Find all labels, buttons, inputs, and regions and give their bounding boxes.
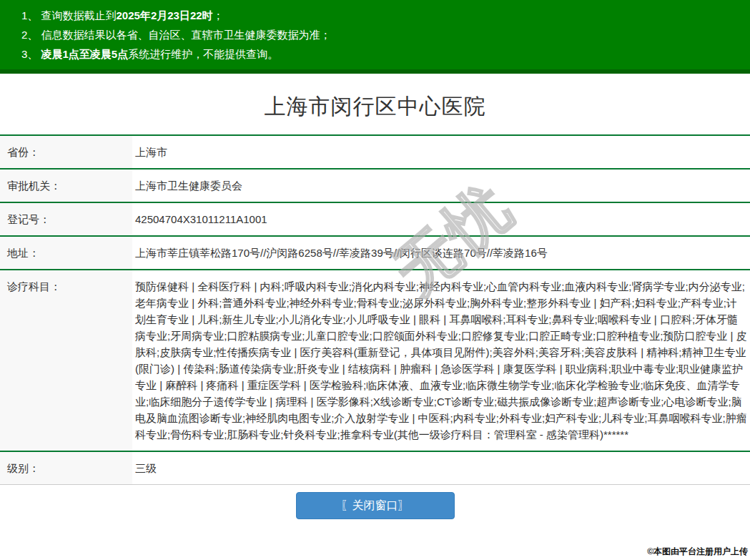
notice-2-prefix: 2、 信息数据结果以各省、自治区、直辖市卫生健康委数据为准； [21, 29, 331, 41]
table-row-address: 地址： 上海市莘庄镇莘松路170号//沪闵路6258号//莘凌路39号//闵行区… [0, 236, 750, 270]
table-row-approval-authority: 审批机关： 上海市卫生健康委员会 [0, 169, 750, 202]
close-window-button[interactable]: 〖关闭窗口〗 [296, 492, 455, 519]
notice-banner: 1、 查询数据截止到2025年2月23日22时； 2、 信息数据结果以各省、自治… [0, 0, 750, 74]
field-label-medical-subjects: 诊疗科目： [0, 270, 132, 451]
table-row-medical-subjects: 诊疗科目： 预防保健科 | 全科医疗科 | 内科;呼吸内科专业;消化内科专业;神… [0, 270, 750, 451]
page-title: 上海市闵行区中心医院 [0, 95, 750, 118]
notice-1-prefix: 1、 查询数据截止到 [21, 9, 117, 21]
details-table: 省份： 上海市 审批机关： 上海市卫生健康委员会 登记号： 42504704X3… [0, 134, 750, 485]
field-value-address: 上海市莘庄镇莘松路170号//沪闵路6258号//莘凌路39号//闵行区谈连路7… [132, 236, 750, 270]
field-value-medical-subjects: 预防保健科 | 全科医疗科 | 内科;呼吸内科专业;消化内科专业;神经内科专业;… [132, 270, 750, 451]
notice-3-bold: 凌晨1点至凌晨5点 [41, 48, 129, 60]
field-value-registration-number: 42504704X31011211A1001 [132, 202, 750, 236]
field-value-approval-authority: 上海市卫生健康委员会 [132, 169, 750, 202]
notice-item-3: 3、 凌晨1点至凌晨5点系统进行维护，不能提供查询。 [21, 44, 736, 64]
field-value-province: 上海市 [132, 135, 750, 169]
button-row: 〖关闭窗口〗 [0, 492, 750, 519]
field-label-registration-number: 登记号： [0, 202, 132, 236]
notice-1-bold: 2025年2月23日22时 [117, 9, 213, 21]
field-value-level: 三级 [132, 451, 750, 485]
field-label-approval-authority: 审批机关： [0, 169, 132, 202]
table-row-province: 省份： 上海市 [0, 135, 750, 169]
field-label-address: 地址： [0, 236, 132, 270]
upload-attribution: ©本图由平台注册用户上传 [647, 546, 748, 558]
notice-3-prefix: 3、 [21, 48, 41, 60]
notice-item-1: 1、 查询数据截止到2025年2月23日22时； [21, 6, 736, 25]
table-row-level: 级别： 三级 [0, 451, 750, 485]
notice-3-suffix: 系统进行维护，不能提供查询。 [128, 48, 278, 60]
table-row-registration-number: 登记号： 42504704X31011211A1001 [0, 202, 750, 236]
field-label-province: 省份： [0, 135, 132, 169]
notice-item-2: 2、 信息数据结果以各省、自治区、直辖市卫生健康委数据为准； [21, 25, 736, 44]
notice-1-suffix: ； [213, 9, 224, 21]
field-label-level: 级别： [0, 451, 132, 485]
